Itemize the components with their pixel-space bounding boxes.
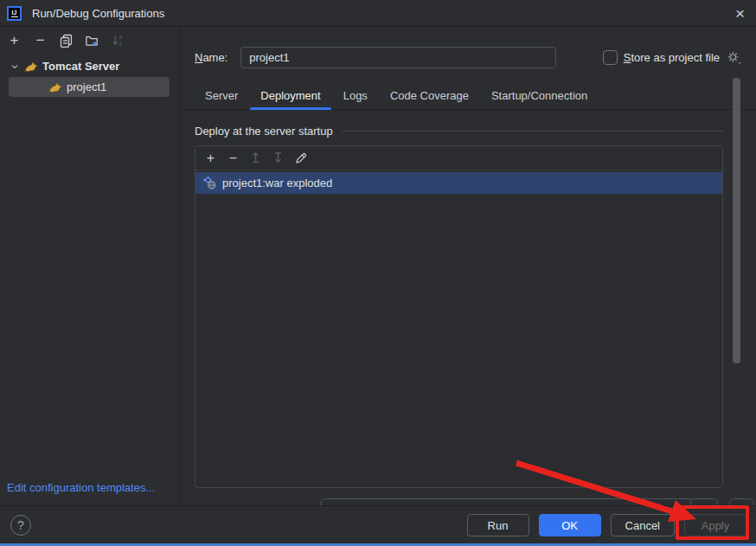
artifact-row-label: project1:war exploded [222,177,332,189]
intellij-logo-icon: IJ [7,6,22,21]
store-as-project-file-checkbox[interactable] [603,50,618,65]
chevron-down-icon[interactable] [10,61,20,72]
move-down-icon[interactable]: ↧ [271,151,285,165]
deploy-toolbar: + − ↥ ↧ [195,146,722,170]
move-up-icon[interactable]: ↥ [248,151,263,165]
tab-startup-connection[interactable]: Startup/Connection [481,82,598,109]
new-folder-icon[interactable] [85,33,99,48]
tomcat-icon [48,80,62,94]
titlebar: IJ Run/Debug Configurations × [0,0,756,27]
artifact-row-project1-war-exploded[interactable]: project1:war exploded [195,172,722,194]
configurations-tree: Tomcat Server project1 [0,54,179,97]
run-button[interactable]: Run [467,514,529,536]
help-icon: ? [17,518,24,532]
deploy-artifacts-panel: + − ↥ ↧ [195,145,723,488]
tree-group-label: Tomcat Server [42,60,119,73]
name-input[interactable] [240,47,556,68]
close-icon[interactable]: × [733,5,747,22]
section-separator-line [342,131,723,132]
tab-deployment[interactable]: Deployment [250,82,330,109]
sort-configurations-icon[interactable]: a z [111,33,125,48]
vertical-scrollbar-thumb[interactable] [733,78,740,363]
war-exploded-artifact-icon [202,176,217,190]
store-as-project-file-label: Store as project file [624,51,720,64]
tree-item-label: project1 [67,80,106,93]
deploy-list-empty-area[interactable] [195,194,722,487]
deploy-section-title: Deploy at the server startup [195,125,333,138]
configuration-tabs: Server Deployment Logs Code Coverage Sta… [180,82,756,110]
ok-button[interactable]: OK [539,514,601,536]
dialog-title: Run/Debug Configurations [32,7,164,20]
store-as-project-file-option[interactable]: Store as project file [603,50,742,65]
svg-text:a: a [119,34,122,40]
remove-artifact-icon[interactable]: − [226,151,240,165]
tomcat-icon [24,60,38,74]
deploy-section-header: Deploy at the server startup [195,125,723,138]
tab-logs[interactable]: Logs [333,82,378,109]
edit-artifact-icon[interactable] [293,151,308,165]
cancel-button[interactable]: Cancel [611,514,675,536]
dialog-footer: ? Run OK Cancel Apply [0,505,756,543]
help-button[interactable]: ? [10,515,31,536]
tree-item-project1[interactable]: project1 [9,77,170,97]
sidebar-toolbar: + − [0,27,179,54]
run-debug-configurations-dialog: IJ Run/Debug Configurations × + − [0,0,756,546]
configurations-sidebar: + − [0,27,180,505]
apply-button[interactable]: Apply [684,514,746,536]
edit-configuration-templates-link[interactable]: Edit configuration templates... [7,481,155,494]
store-settings-gear-icon[interactable] [726,50,742,65]
copy-configuration-icon[interactable] [59,33,74,48]
logo-text: IJ [12,10,17,16]
tab-server[interactable]: Server [195,82,248,109]
remove-configuration-icon[interactable]: − [33,33,48,48]
add-artifact-icon[interactable]: + [203,151,218,165]
tree-group-tomcat-server[interactable]: Tomcat Server [0,56,179,76]
add-configuration-icon[interactable]: + [7,33,22,48]
name-label: Name: [195,51,227,64]
tab-code-coverage[interactable]: Code Coverage [380,82,479,109]
configuration-editor: Name: Store as project file [180,27,756,505]
svg-text:z: z [119,41,121,47]
